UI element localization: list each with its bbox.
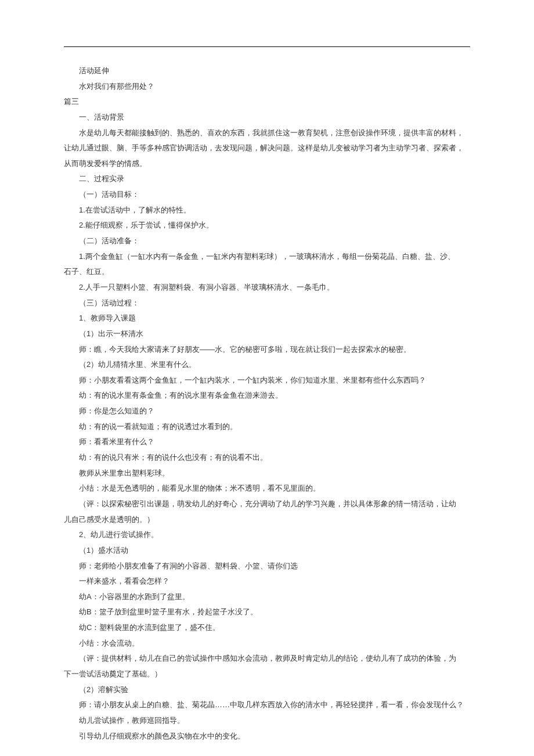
text-line: 小结：水会流动。 — [64, 636, 470, 651]
text-line: （1）盛水活动 — [64, 543, 470, 559]
text-line: （一）活动目标： — [64, 187, 470, 203]
text-line: （二）活动准备： — [64, 233, 470, 249]
text-line: 下一尝试活动奠定了基础。） — [64, 667, 470, 682]
text-line: 从而萌发爱科学的情感。 — [64, 156, 470, 172]
text-line: 一样来盛水，看看会怎样？ — [64, 574, 470, 589]
text-line: 1、教师导入课题 — [64, 311, 470, 326]
text-line: 幼：有的说一看就知道；有的说透过水看到的。 — [64, 419, 470, 435]
text-line: 师：老师给小朋友准备了有洞的小容器、塑料袋、小篮、请你们选 — [64, 559, 470, 574]
text-line: 1.在尝试活动中，了解水的特性。 — [64, 203, 470, 218]
text-line: 幼C：塑料袋里的水流到盆里了，盛不住。 — [64, 620, 470, 636]
text-line: 1.两个金鱼缸（一缸水内有一条金鱼，一缸米内有塑料彩球），一玻璃杯清水，每组一份… — [64, 249, 470, 265]
text-line: 幼：有的说只有米；有的说什么也没有；有的说看不出。 — [64, 450, 470, 466]
text-line: 儿自己感受水是透明的。） — [64, 512, 470, 528]
text-line: 教师从米里拿出塑料彩球。 — [64, 466, 470, 481]
text-line: 幼B：篮子放到盆里时篮子里有水，拎起篮子水没了。 — [64, 604, 470, 620]
text-line: 师：你是怎么知道的？ — [64, 404, 470, 419]
text-line: 幼儿尝试操作，教师巡回指导。 — [64, 713, 470, 729]
document-page: 活动延伸水对我们有那些用处？篇三一、活动背景水是幼儿每天都能接触到的、熟悉的、喜… — [0, 0, 534, 756]
document-body: 活动延伸水对我们有那些用处？篇三一、活动背景水是幼儿每天都能接触到的、熟悉的、喜… — [64, 63, 470, 744]
text-line: （2）溶解实验 — [64, 682, 470, 698]
text-line: 师：看看米里有什么？ — [64, 434, 470, 450]
text-line: 2.人手一只塑料小篮、有洞塑料袋、有洞小容器、半玻璃杯清水、一条毛巾。 — [64, 280, 470, 296]
text-line: 小结：水是无色透明的，能看见水里的物体；米不透明，看不见里面的。 — [64, 481, 470, 496]
text-line: 二、过程实录 — [64, 171, 470, 187]
text-line: 2、幼儿进行尝试操作。 — [64, 527, 470, 543]
horizontal-rule — [64, 46, 470, 47]
text-line: 一、活动背景 — [64, 110, 470, 125]
text-line: 幼：有的说水里有条金鱼；有的说水里有条金鱼在游来游去。 — [64, 388, 470, 404]
text-line: 师：小朋友看看这两个金鱼缸，一个缸内装水，一个缸内装米，你们知道水里、米里都有些… — [64, 373, 470, 388]
text-line: 水对我们有那些用处？ — [64, 79, 470, 95]
text-line: 水是幼儿每天都能接触到的、熟悉的、喜欢的东西，我就抓住这一教育契机，注意创设操作… — [64, 125, 470, 141]
text-line: （三）活动过程： — [64, 296, 470, 311]
text-line: （评：以探索秘密引出课题，萌发幼儿的好奇心，充分调动了幼儿的学习兴趣，并以具体形… — [64, 496, 470, 512]
text-line: （评：提供材料，幼儿在自己的尝试操作中感知水会流动，教师及时肯定幼儿的结论，使幼… — [64, 651, 470, 667]
text-line: 篇三 — [64, 94, 470, 110]
text-line: 幼A：小容器里的水跑到了盆里。 — [64, 589, 470, 605]
text-line: 师：瞧，今天我给大家请来了好朋友——水。它的秘密可多啦，现在就让我们一起去探索水… — [64, 342, 470, 358]
text-line: 2.能仔细观察，乐于尝试，懂得保护水。 — [64, 218, 470, 233]
text-line: 师：请小朋友从桌上的白糖、盐、菊花晶……中取几样东西放入你的清水中，再轻轻搅拌，… — [64, 697, 470, 713]
text-line: 石子、红豆。 — [64, 264, 470, 280]
text-line: （1）出示一杯清水 — [64, 326, 470, 342]
text-line: （2）幼儿猜猜水里、米里有什么。 — [64, 357, 470, 373]
text-line: 活动延伸 — [64, 63, 470, 79]
text-line: 让幼儿通过眼、脑、手等多种感官协调活动，去发现问题，解决问题。这样是幼儿变被动学… — [64, 141, 470, 156]
text-line: 引导幼儿仔细观察水的颜色及实物在水中的变化。 — [64, 729, 470, 744]
